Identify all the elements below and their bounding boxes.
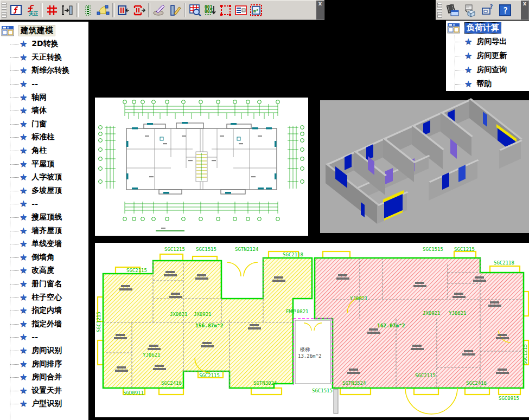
svg-text:YJ0621: YJ0621 xyxy=(449,311,467,316)
toolbar-button-draw-wall[interactable] xyxy=(60,3,75,18)
toolbar-button-room-identify[interactable] xyxy=(218,3,233,18)
menu-item-room-query[interactable]: ★房间查询 xyxy=(446,63,529,77)
load-calc-menu: 负荷计算 ★房间导出 ★房间更新 ★房间查询 ★帮助 xyxy=(446,21,529,91)
svg-text:002: 002 xyxy=(205,9,213,14)
sidebar-item-set-outer-wall[interactable]: ★指定外墙 xyxy=(0,317,88,331)
toolbar-button-what-is-this[interactable]: ? xyxy=(479,3,496,18)
svg-text:SGD0911: SGD0911 xyxy=(123,390,144,396)
sidebar-item-room-merge[interactable]: ★房间合并 xyxy=(0,371,88,384)
toolbar-separator xyxy=(184,3,186,17)
sidebar-item-axis-grid[interactable]: ★轴网 xyxy=(0,91,88,104)
toolbar-button-help[interactable]: ? xyxy=(496,3,514,18)
star-icon: ★ xyxy=(20,133,27,141)
viewport-2d-plan[interactable] xyxy=(95,98,308,236)
insert-door-left-icon xyxy=(117,4,130,17)
star-icon: ★ xyxy=(20,227,27,235)
svg-text:SGC0915: SGC0915 xyxy=(499,396,519,401)
sidebar-item-siweier-convert[interactable]: ★斯维尔转换 xyxy=(0,64,88,77)
toolbar-button-room-export[interactable] xyxy=(444,3,462,18)
sidebar-item-separator[interactable]: ★-- xyxy=(0,331,88,344)
menu-item-room-export[interactable]: ★房间导出 xyxy=(446,35,529,49)
sidebar-building-modeling: 建筑建模 ★2D转换 ★天正转换 ★斯维尔转换 ★-- ★轴网 ★墙体 ★门窗 … xyxy=(0,22,88,420)
sidebar-item-wall-to-roof[interactable]: ★墙齐屋顶 xyxy=(0,224,88,237)
sidebar-item-flat-roof[interactable]: ★平屋顶 xyxy=(0,157,88,171)
star-icon: ★ xyxy=(20,160,27,169)
toolbar-grip[interactable] xyxy=(437,3,442,18)
toolbar-close-button[interactable]: x xyxy=(316,1,324,20)
viewport-3d-model[interactable] xyxy=(320,96,529,237)
sidebar-item-hollow-column[interactable]: ★柱子空心 xyxy=(0,290,88,304)
sidebar-item-set-inner-wall[interactable]: ★指定内墙 xyxy=(0,304,88,318)
sidebar-item-standard-column[interactable]: ★标准柱 xyxy=(0,131,88,144)
toolbar-button-edit-window[interactable] xyxy=(167,3,182,18)
star-icon: ★ xyxy=(464,80,472,88)
svg-text:SGC2115: SGC2115 xyxy=(415,373,436,378)
star-icon: ★ xyxy=(20,253,27,262)
sidebar-item-separator[interactable]: ★-- xyxy=(0,197,88,211)
sidebar-item-room-identify[interactable]: ★房间识别 xyxy=(0,344,88,358)
viewport-room-load-plan[interactable]: SGC1215 SGC1515 SGTN2124 SGC2118 SGC1515… xyxy=(95,243,529,417)
toolbar-close-button[interactable]: x xyxy=(521,1,528,20)
sidebar-item-wall[interactable]: ★墙体 xyxy=(0,104,88,118)
toolbar-button-grid-inspect[interactable] xyxy=(188,3,203,18)
svg-text:162.07m^2: 162.07m^2 xyxy=(377,322,405,328)
insert-door-right-icon xyxy=(132,4,145,17)
sidebar-item-separator[interactable]: ★-- xyxy=(0,77,88,91)
sidebar-item-gable-roof[interactable]: ★人字坡顶 xyxy=(0,171,88,184)
svg-text:SGC1515: SGC1515 xyxy=(196,247,216,252)
toolbar-button-room-number[interactable]: 001 002 xyxy=(203,3,218,18)
star-icon: ★ xyxy=(20,360,27,369)
svg-text:天正: 天正 xyxy=(28,11,38,16)
svg-text:SGC2416: SGC2416 xyxy=(466,380,487,386)
plan2d-drawing xyxy=(95,98,308,236)
sidebar-item-line-to-wall[interactable]: ★单线变墙 xyxy=(0,237,88,251)
sidebar-item-unit-identify[interactable]: ★户型识别 xyxy=(0,397,88,411)
menu-item-help[interactable]: ★帮助 xyxy=(446,77,529,91)
toolbar-button-tianzheng-convert[interactable]: 天正 xyxy=(24,3,39,18)
sidebar-item-fillet-wall[interactable]: ★倒墙角 xyxy=(0,251,88,264)
toolbar-button-insert-door-left[interactable] xyxy=(116,3,131,18)
star-icon: ★ xyxy=(20,80,27,88)
sidebar-item-set-patio[interactable]: ★设置天井 xyxy=(0,384,88,397)
menu-item-room-update[interactable]: ★房间更新 xyxy=(446,49,529,63)
sidebar-item-delete-opening-name[interactable]: ★册门窗名 xyxy=(0,277,88,291)
sidebar-item-tianzheng-convert[interactable]: ★天正转换 xyxy=(0,51,88,64)
sidebar-item-room-sort[interactable]: ★房间排序 xyxy=(0,357,88,371)
svg-text:JX0921: JX0921 xyxy=(194,312,212,317)
room-identify-icon xyxy=(219,4,232,17)
sidebar-item-multi-slope-roof[interactable]: ★多坡屋顶 xyxy=(0,184,88,198)
sidebar-item-2d-convert[interactable]: ★2D转换 xyxy=(0,37,88,51)
toolbar-button-edit-style[interactable] xyxy=(152,3,167,18)
load-calc-header[interactable]: 负荷计算 xyxy=(446,21,529,35)
star-icon: ★ xyxy=(20,293,27,302)
load-calc-title: 负荷计算 xyxy=(464,22,501,34)
grid-inspect-icon xyxy=(189,4,202,17)
room-area-icon: m² xyxy=(250,4,263,17)
toolbar-button-door-window[interactable] xyxy=(95,3,111,18)
toolbar-button-insert-door-right[interactable] xyxy=(131,3,146,18)
svg-text:13.26m^2: 13.26m^2 xyxy=(298,353,321,359)
svg-text:楼梯: 楼梯 xyxy=(299,347,310,352)
toolbar-button-room-manage[interactable] xyxy=(233,3,248,18)
toolbar-grip[interactable] xyxy=(2,3,7,18)
svg-text:156.87m^2: 156.87m^2 xyxy=(195,322,223,328)
svg-text:SGTN3024: SGTN3024 xyxy=(253,380,277,386)
toolbar-button-view-3d[interactable] xyxy=(462,3,479,18)
toolbar-button-standard-column[interactable] xyxy=(80,3,95,18)
toolbar-button-axis-grid[interactable] xyxy=(44,3,60,18)
sidebar-item-door-window[interactable]: ★门窗 xyxy=(0,118,88,131)
sidebar-item-corner-column[interactable]: ★角柱 xyxy=(0,144,88,158)
star-icon: ★ xyxy=(20,120,27,128)
sidebar-title: 建筑建模 xyxy=(18,25,55,36)
toolbar-separator xyxy=(112,3,114,17)
star-icon: ★ xyxy=(20,386,27,395)
sidebar-header[interactable]: 建筑建模 xyxy=(0,22,88,37)
room-export-icon xyxy=(446,3,460,17)
star-icon: ★ xyxy=(20,213,27,222)
sidebar-item-search-roofline[interactable]: ★搜屋顶线 xyxy=(0,211,88,224)
what-is-this-icon: ? xyxy=(481,3,495,17)
toolbar-button-tzf-convert[interactable] xyxy=(9,3,24,18)
planload-drawing: SGC1215 SGC1515 SGTN2124 SGC2118 SGC1515… xyxy=(95,243,529,417)
toolbar-button-room-area[interactable]: m² xyxy=(248,3,264,18)
sidebar-item-change-height[interactable]: ★改高度 xyxy=(0,264,88,277)
